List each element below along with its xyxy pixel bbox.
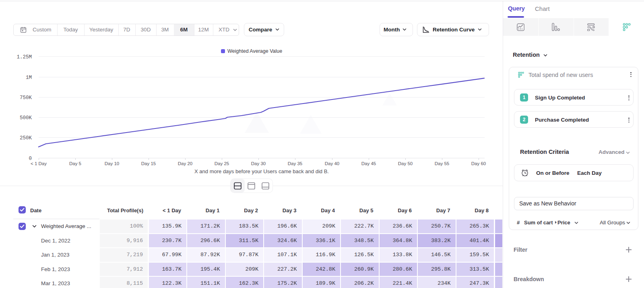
svg-text:750K: 750K	[20, 95, 32, 101]
svg-text:Day 30: Day 30	[251, 161, 266, 166]
svg-text:Day 35: Day 35	[288, 161, 302, 166]
svg-text:Day 45: Day 45	[361, 161, 376, 166]
svg-text:< 1 Day: < 1 Day	[31, 161, 47, 166]
svg-text:1.25M: 1.25M	[17, 54, 32, 60]
svg-text:Day 10: Day 10	[105, 161, 119, 166]
svg-text:Day 40: Day 40	[325, 161, 339, 166]
svg-text:500K: 500K	[20, 115, 32, 121]
svg-text:0: 0	[29, 156, 32, 162]
svg-text:1M: 1M	[26, 75, 32, 81]
svg-text:Day 20: Day 20	[178, 161, 192, 166]
svg-text:Day 50: Day 50	[398, 161, 413, 166]
svg-text:250K: 250K	[20, 135, 32, 141]
svg-text:Day 55: Day 55	[435, 161, 449, 166]
svg-text:Day 15: Day 15	[141, 161, 156, 166]
svg-text:Day 5: Day 5	[69, 161, 81, 166]
svg-text:Day 60: Day 60	[471, 161, 486, 166]
svg-text:Day 25: Day 25	[215, 161, 229, 166]
